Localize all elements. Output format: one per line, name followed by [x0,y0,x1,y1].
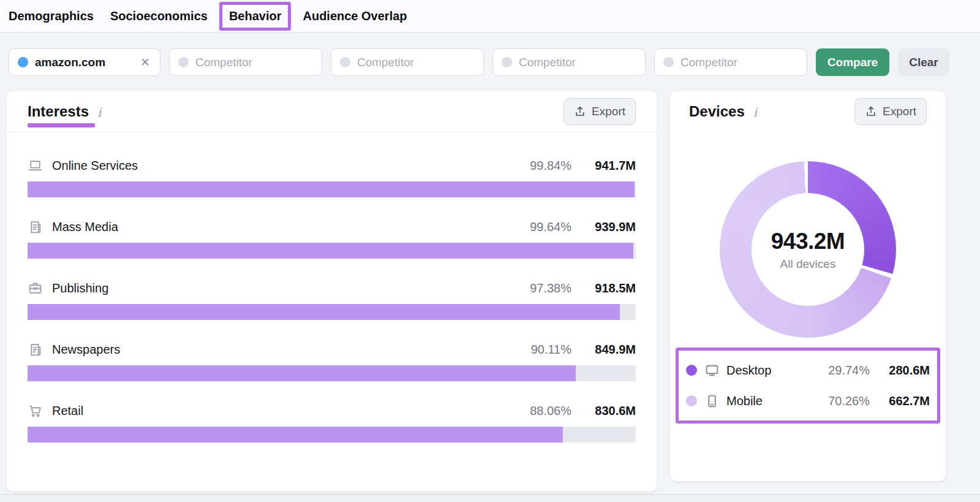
devices-title: Devices [689,103,745,120]
competitor-input-1[interactable]: Competitor [169,48,322,76]
export-label: Export [592,105,625,118]
legend-label: Mobile [726,394,802,408]
interest-value: 939.9M [571,220,636,234]
competitor-input-2[interactable]: Competitor [331,48,484,76]
compare-button[interactable]: Compare [816,48,889,76]
devices-total-sublabel: All devices [780,257,836,271]
interest-row: Online Services 99.84% 941.7M [28,158,636,197]
competitor-dot-icon [502,57,512,67]
legend-row-desktop[interactable]: Desktop 29.74% 280.6M [686,355,930,386]
competitor-placeholder: Competitor [680,56,737,69]
interest-row: Newspapers 90.11% 849.9M [28,342,636,381]
interest-percent: 99.84% [498,159,571,173]
monitor-icon [704,363,720,378]
interests-title-annotation-underline [28,123,95,127]
legend-value: 280.6M [870,363,930,378]
interests-card: Interests i Export Online Services [7,91,657,492]
tab-behavior[interactable]: Behavior [229,9,282,23]
page-bottom-edge [0,494,980,502]
laptop-icon [28,158,43,173]
interest-label: Newspapers [52,343,498,357]
interest-bar-track [28,365,636,381]
interest-bar-fill [28,304,620,320]
interest-bar-fill [28,243,633,259]
interest-bar-fill [28,427,563,443]
devices-card: Devices i Export 943.2M All devices [670,91,946,481]
mobile-color-dot [686,395,697,406]
competitor-dot-icon [340,57,350,67]
devices-legend-annotation-box: Desktop 29.74% 280.6M Mobile 70.26% 662.… [676,348,940,424]
legend-percent: 70.26% [802,394,870,408]
devices-donut-chart[interactable]: 943.2M All devices [720,161,896,338]
competitor-input-3[interactable]: Competitor [492,48,646,76]
newspaper-icon [28,342,43,357]
tab-audience-overlap[interactable]: Audience Overlap [303,9,407,23]
interests-export-button[interactable]: Export [564,98,636,125]
interest-value: 941.7M [571,159,636,173]
interest-value: 849.9M [571,343,636,357]
interest-row: Retail 88.06% 830.6M [28,403,636,443]
interest-value: 918.5M [571,281,636,295]
cart-icon [28,403,43,419]
competitor-placeholder: Competitor [195,56,252,69]
tab-bar: Demographics Socioeconomics Behavior Aud… [0,0,980,32]
interest-bar-track [28,427,636,443]
interest-label: Mass Media [52,220,498,234]
legend-percent: 29.74% [802,363,870,378]
interest-row: Publishing 97.38% 918.5M [28,281,636,320]
seed-domain-label: amazon.com [35,56,139,69]
info-icon[interactable]: i [753,105,757,120]
desktop-color-dot [686,365,697,376]
legend-row-mobile[interactable]: Mobile 70.26% 662.7M [686,386,930,416]
briefcase-icon [28,281,43,296]
competitor-placeholder: Competitor [357,56,414,69]
interest-bar-track [28,304,636,320]
remove-domain-icon[interactable]: ✕ [139,55,151,69]
domain-dot-icon [18,57,28,67]
interest-bar-fill [28,181,635,197]
interest-bar-track [28,243,636,259]
newspaper-icon [28,219,43,235]
seed-domain-chip[interactable]: amazon.com ✕ [9,48,160,76]
tab-demographics[interactable]: Demographics [9,9,94,23]
interest-bar-track [28,181,636,197]
interests-title: Interests [28,103,89,120]
interest-value: 830.6M [571,404,636,418]
behavior-tab-annotation-box: Behavior [219,2,292,31]
donut-center: 943.2M All devices [752,193,864,306]
filter-bar: amazon.com ✕ Competitor Competitor Compe… [0,48,980,76]
interest-percent: 99.64% [498,220,571,234]
competitor-dot-icon [663,57,674,67]
export-label: Export [883,105,916,118]
competitor-input-4[interactable]: Competitor [654,48,807,76]
competitor-dot-icon [178,57,189,67]
devices-export-button[interactable]: Export [854,98,927,125]
interest-label: Retail [52,404,498,418]
competitor-placeholder: Competitor [519,56,576,69]
interest-percent: 90.11% [498,343,571,357]
export-icon [574,105,586,118]
interest-label: Publishing [52,281,498,295]
interest-bar-fill [28,365,576,381]
info-icon[interactable]: i [97,105,101,120]
legend-label: Desktop [726,363,802,378]
phone-icon [704,394,720,409]
interest-percent: 88.06% [498,404,571,418]
interest-label: Online Services [52,159,498,173]
devices-total-value: 943.2M [771,229,845,254]
clear-button[interactable]: Clear [898,48,949,76]
legend-value: 662.7M [870,394,930,408]
export-icon [865,105,877,118]
interest-row: Mass Media 99.64% 939.9M [28,219,636,259]
interest-percent: 97.38% [498,281,571,295]
tab-socioeconomics[interactable]: Socioeconomics [110,9,208,23]
